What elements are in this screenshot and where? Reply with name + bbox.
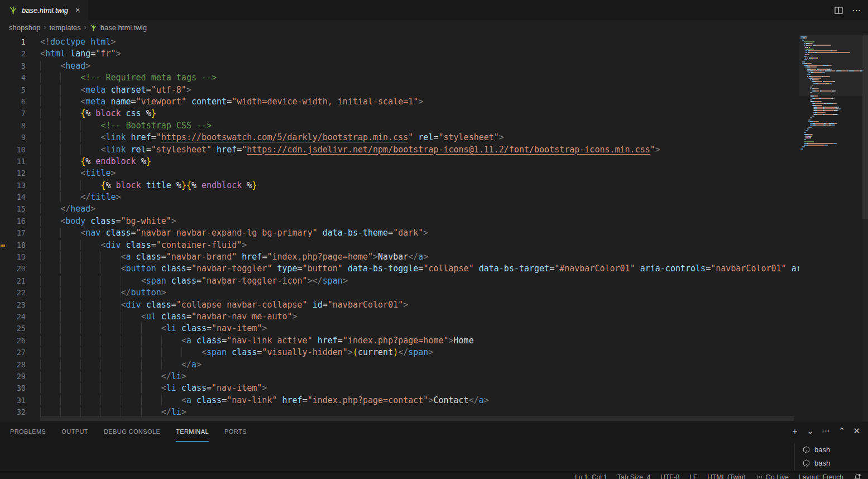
twig-file-icon	[90, 24, 97, 31]
code-line[interactable]: <head>	[40, 60, 799, 72]
minimap-slider[interactable]	[799, 35, 862, 96]
line-number[interactable]: 15	[0, 203, 26, 215]
panel-tab-terminal[interactable]: TERMINAL	[176, 422, 209, 442]
code-line[interactable]: <nav class="navbar navbar-expand-lg bg-p…	[40, 227, 799, 239]
panel-tab-problems[interactable]: PROBLEMS	[10, 422, 46, 442]
line-number[interactable]: 19	[0, 251, 26, 263]
go-live-button[interactable]: Go Live	[756, 473, 789, 479]
line-number[interactable]: 5	[0, 84, 26, 96]
code-line[interactable]: <a class="navbar-brand" href="index.php?…	[40, 251, 799, 263]
code-line[interactable]: <div class="collapse navbar-collapse" id…	[40, 299, 799, 311]
line-number[interactable]: 23	[0, 299, 26, 311]
line-number[interactable]: 22	[0, 287, 26, 299]
code-line[interactable]: <link rel="stylesheet" href="https://cdn…	[40, 144, 799, 156]
eol-indicator[interactable]: LF	[689, 473, 697, 479]
maximize-panel-icon[interactable]: ⌃	[838, 426, 846, 436]
line-number[interactable]: 28	[0, 359, 26, 371]
line-number[interactable]: 25	[0, 323, 26, 334]
close-panel-icon[interactable]: ✕	[853, 426, 860, 436]
line-number[interactable]: 3	[0, 60, 26, 72]
minimap[interactable]	[799, 35, 862, 421]
line-number[interactable]: 26	[0, 335, 26, 347]
code-line[interactable]: </a>	[40, 359, 799, 371]
vertical-scrollbar[interactable]	[862, 35, 868, 421]
code-line[interactable]: <!-- Required meta tags -->	[40, 72, 799, 84]
line-number[interactable]: 11	[0, 156, 26, 167]
line-number[interactable]: 1	[0, 36, 26, 48]
code-line[interactable]: <!doctype html>	[40, 36, 799, 48]
editor-more-actions-icon[interactable]: ⋯	[852, 5, 861, 16]
line-number[interactable]: 2	[0, 48, 26, 60]
language-mode[interactable]: HTML (Twig)	[707, 473, 745, 479]
panel-tab-ports[interactable]: PORTS	[224, 422, 247, 442]
new-terminal-icon[interactable]: ＋	[790, 426, 799, 436]
horizontal-scrollbar[interactable]	[40, 416, 794, 421]
layout-indicator[interactable]: Layout: French	[799, 473, 843, 479]
code-line[interactable]: <!-- Bootstrap CSS -->	[40, 120, 799, 132]
line-number[interactable]: 21	[0, 275, 26, 287]
breadcrumb-folder[interactable]: templates	[49, 23, 80, 32]
code-line[interactable]: <div class="container-fluid">	[40, 240, 799, 251]
line-number[interactable]: 13	[0, 180, 26, 191]
code-line[interactable]: <li class="nav-item">	[40, 323, 799, 334]
line-number[interactable]: 32	[0, 406, 26, 418]
line-number[interactable]: 9	[0, 132, 26, 143]
code-line[interactable]: </title>	[40, 191, 799, 203]
twig-file-icon	[9, 6, 17, 15]
line-number[interactable]: 20	[0, 263, 26, 275]
line-number[interactable]: 8	[0, 120, 26, 132]
line-number[interactable]: 12	[0, 167, 26, 179]
code-line[interactable]: <span class="visually-hidden">(current)<…	[40, 347, 799, 358]
panel-tab-debug-console[interactable]: DEBUG CONSOLE	[104, 422, 160, 442]
code-editor[interactable]: 1234567891011121314151617181920212223242…	[0, 35, 868, 421]
tab-size-indicator[interactable]: Tab Size: 4	[617, 473, 650, 479]
encoding-indicator[interactable]: UTF-8	[660, 473, 679, 479]
line-number[interactable]: 17	[0, 227, 26, 239]
line-number[interactable]: 29	[0, 371, 26, 382]
line-number[interactable]: 31	[0, 395, 26, 406]
vscode-window: base.html.twig × ⋯ shopshop › templates …	[0, 0, 868, 479]
line-number[interactable]: 16	[0, 215, 26, 227]
line-number[interactable]: 24	[0, 311, 26, 323]
code-line[interactable]: <meta name="viewport" content="width=dev…	[40, 96, 799, 108]
code-line[interactable]: <button class="navbar-toggler" type="but…	[40, 263, 799, 275]
code-line[interactable]: <title>	[40, 167, 799, 179]
code-lines[interactable]: <!doctype html><html lang="fr"> <head> <…	[40, 36, 799, 421]
line-number[interactable]: 4	[0, 72, 26, 84]
breadcrumb-file[interactable]: base.html.twig	[100, 23, 147, 32]
code-line[interactable]: <a class="nav-link active" href="index.p…	[40, 335, 799, 347]
line-number[interactable]: 6	[0, 96, 26, 108]
code-line[interactable]: <li class="nav-item">	[40, 382, 799, 394]
code-line[interactable]: <ul class="navbar-nav me-auto">	[40, 311, 799, 323]
line-number[interactable]: 7	[0, 108, 26, 119]
code-line[interactable]: <meta charset="utf-8">	[40, 84, 799, 96]
panel-tab-output[interactable]: OUTPUT	[61, 422, 88, 442]
notifications-bell-icon[interactable]	[853, 473, 861, 479]
code-line[interactable]: </li>	[40, 371, 799, 382]
split-editor-icon[interactable]	[835, 7, 843, 14]
line-number[interactable]: 30	[0, 382, 26, 394]
cursor-position[interactable]: Ln 1, Col 1	[575, 473, 607, 479]
tab-close-icon[interactable]: ×	[74, 6, 81, 15]
line-number[interactable]: 14	[0, 191, 26, 203]
code-line[interactable]: <span class="navbar-toggler-icon"></span…	[40, 275, 799, 287]
tab-base-html-twig[interactable]: base.html.twig ×	[0, 0, 88, 20]
code-line[interactable]: {% block css %}	[40, 108, 799, 119]
line-numbers[interactable]: 1234567891011121314151617181920212223242…	[0, 36, 26, 421]
breadcrumb-project[interactable]: shopshop	[9, 23, 40, 32]
line-number[interactable]: 10	[0, 144, 26, 156]
line-number[interactable]: 27	[0, 347, 26, 358]
code-line[interactable]: <link href="https://bootswatch.com/5/dar…	[40, 132, 799, 143]
code-line[interactable]: <a class="nav-link" href="index.php?page…	[40, 395, 799, 406]
panel-more-icon[interactable]: ⋯	[822, 426, 831, 436]
terminal-dropdown-icon[interactable]: ⌄	[807, 426, 814, 436]
code-line[interactable]: </button>	[40, 287, 799, 299]
code-line[interactable]: {% block title %}{% endblock %}	[40, 180, 799, 191]
code-line[interactable]: <html lang="fr">	[40, 48, 799, 60]
terminal-item-bash[interactable]: bash	[795, 456, 868, 470]
vertical-scrollbar-thumb[interactable]	[862, 35, 868, 219]
code-line[interactable]: <body class="bg-white">	[40, 215, 799, 227]
code-line[interactable]: {% endblock %}	[40, 156, 799, 167]
terminal-item-bash[interactable]: bash	[795, 443, 868, 456]
code-line[interactable]: </head>	[40, 203, 799, 215]
